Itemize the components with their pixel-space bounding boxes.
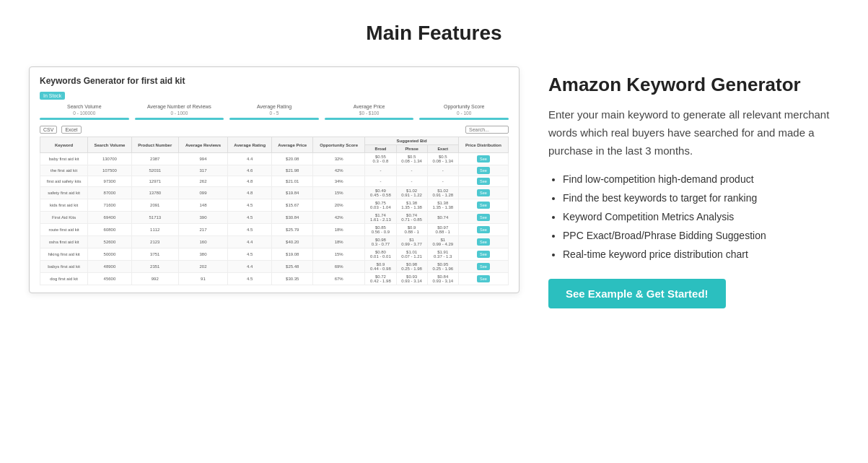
see-button[interactable]: See [477,238,490,246]
table-row: route first aid kit6080011122174.5$25.79… [40,224,509,236]
th-rat: Average Rating [227,137,271,153]
table-row: dog first aid kit45600992914.5$30.3567%$… [40,273,509,285]
filter-label-opp: Opportunity Score [419,104,509,109]
keywords-table: Keyword Search Volume Product Number Ave… [40,137,509,285]
filter-opportunity: Opportunity Score 0 - 100 [419,104,509,121]
see-button[interactable]: See [477,178,490,185]
filter-range-sv: 0 - 100000 [40,111,129,116]
th-ap: Average Price [272,137,313,153]
table-row: first aid safety kits97300129712624.8$21… [40,176,509,187]
slider-sv[interactable] [40,118,129,120]
slider-opp[interactable] [419,118,509,120]
filter-reviews: Average Number of Reviews 0 - 1000 [135,104,224,121]
table-row: First Aid Kits69400517133904.5$30.8442%$… [40,212,509,224]
th-ar: Average Reviews [178,137,227,153]
table-row: the first aid kit107500520313174.6$21.98… [40,165,509,176]
in-stock-button[interactable]: In Stock [40,92,65,100]
table-row: safety first aid kit87000137800994.8$19.… [40,187,509,199]
see-button[interactable]: See [477,167,490,174]
table-row: osha first aid kit5260021231604.4$40.201… [40,236,509,248]
see-button[interactable]: See [477,214,490,221]
table-row: babys first aid kit4890023512024.4$25.48… [40,261,509,273]
see-button[interactable]: See [477,263,490,270]
feature-list: Find low-competition high-demand product… [548,171,839,263]
th-suggested-bid: Suggested Bid [365,137,459,145]
th-sv: Search Volume [88,137,131,153]
content-row: Keywords Generator for first aid kit In … [29,66,839,308]
see-button[interactable]: See [477,155,490,163]
th-exact: Exact [427,145,458,153]
feature-description: Enter your main keyword to generate all … [548,106,839,160]
th-pd: Price Distribution [458,137,508,153]
slider-rat[interactable] [229,118,319,120]
feature-list-item: PPC Exact/Broad/Phrase Bidding Suggestio… [563,228,839,245]
cta-button[interactable]: See Example & Get Started! [548,279,726,308]
th-broad: Broad [365,145,396,153]
filter-label-price: Average Price [325,104,414,109]
table-search-input[interactable] [465,126,509,134]
filter-search-volume: Search Volume 0 - 100000 [40,104,129,121]
page-title: Main Features [29,14,839,66]
th-keyword: Keyword [40,137,88,153]
feature-list-item: Keyword Competition Metrics Analysis [563,209,839,226]
see-button[interactable]: See [477,226,490,233]
filter-price: Average Price $0 - $100 [325,104,414,121]
table-body: baby first aid kit13070023879944.4$20.08… [40,153,509,285]
filter-range-rev: 0 - 1000 [135,111,224,116]
right-panel: Amazon Keyword Generator Enter your main… [548,66,839,308]
table-row: baby first aid kit13070023879944.4$20.08… [40,153,509,165]
filter-label-rev: Average Number of Reviews [135,104,224,109]
feature-list-item: Find the best keywords to target for ran… [563,190,839,207]
filter-label-sv: Search Volume [40,104,129,109]
screenshot-title: Keywords Generator for first aid kit [40,76,509,86]
th-opp: Opportunity Score [313,137,365,153]
table-row: hiking first aid kit5000037513804.5$19.0… [40,248,509,261]
screenshot-inner: Keywords Generator for first aid kit In … [30,67,519,293]
filters-row: Search Volume 0 - 100000 Average Number … [40,104,509,121]
export-row: CSV Excel [40,126,509,134]
filter-label-rat: Average Rating [229,104,319,109]
export-csv-button[interactable]: CSV [40,126,57,134]
slider-price[interactable] [325,118,414,120]
table-row: kids first aid kit7160020911484.5$15.672… [40,199,509,212]
filter-range-rat: 0 - 5 [229,111,319,116]
export-excel-button[interactable]: Excel [61,126,81,134]
see-button[interactable]: See [477,202,490,209]
slider-rev[interactable] [135,118,224,120]
filter-rating: Average Rating 0 - 5 [229,104,319,121]
feature-list-item: Real-time keyword price distribution cha… [563,246,839,264]
see-button[interactable]: See [477,189,490,196]
feature-title: Amazon Keyword Generator [548,74,839,96]
see-button[interactable]: See [477,251,490,258]
filter-range-price: $0 - $100 [325,111,414,116]
table-header-row: Keyword Search Volume Product Number Ave… [40,137,509,145]
see-button[interactable]: See [477,275,490,282]
th-phrase: Phrase [396,145,427,153]
feature-list-item: Find low-competition high-demand product [563,171,839,189]
th-pn: Product Number [131,137,178,153]
filter-range-opp: 0 - 100 [419,111,509,116]
screenshot-panel: Keywords Generator for first aid kit In … [29,66,520,293]
page-wrapper: Main Features Keywords Generator for fir… [0,0,868,463]
